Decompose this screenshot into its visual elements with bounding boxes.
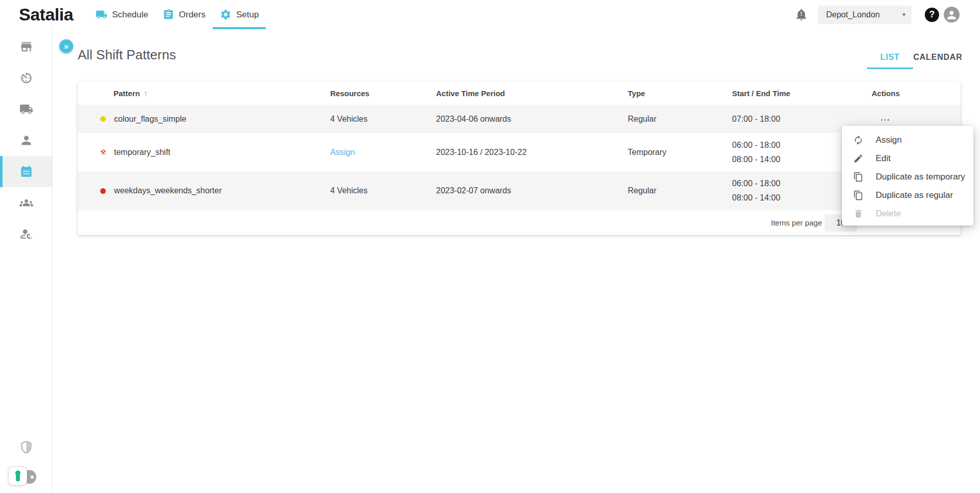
pencil-icon — [853, 153, 863, 164]
tab-calendar-view[interactable]: CALENDAR — [913, 47, 963, 69]
top-bar: Satalia Schedule Orders Setup Depot_Lond… — [0, 0, 980, 29]
dashboard-timer-icon — [19, 71, 33, 85]
sidebar-item-admin[interactable] — [0, 440, 52, 454]
active-period-cell: 2023-02-07 onwards — [436, 186, 628, 195]
chevron-down-icon: ▾ — [902, 11, 905, 18]
copy-icon — [853, 172, 863, 182]
sidebar-rail — [0, 29, 53, 493]
shift-calendar-icon — [19, 165, 33, 178]
sidebar-item-vehicles[interactable] — [0, 94, 52, 125]
depot-selector-value: Depot_London — [826, 10, 880, 19]
column-header-pattern[interactable]: Pattern ↑ — [78, 89, 330, 98]
type-cell: Regular — [628, 115, 732, 124]
account-avatar[interactable] — [944, 7, 960, 23]
column-header-actions: Actions — [872, 89, 961, 98]
help-button[interactable]: ? — [925, 8, 939, 22]
column-header-active-time-period: Active Time Period — [436, 89, 628, 98]
sidebar-bottom — [0, 440, 52, 488]
pattern-name: weekdays_weekends_shorter — [114, 186, 222, 195]
row-actions-context-menu: Assign Edit Duplicate as temporary Dupli… — [842, 126, 973, 226]
copy-icon — [853, 190, 863, 200]
double-chevron-right-icon: » — [64, 42, 69, 51]
nav-label-schedule: Schedule — [112, 10, 148, 20]
sidebar-item-drivers[interactable] — [0, 125, 52, 156]
menu-item-duplicate-as-temporary[interactable]: Duplicate as temporary — [842, 168, 973, 186]
nav-item-orders[interactable]: Orders — [155, 0, 213, 29]
nav-label-setup: Setup — [236, 10, 259, 20]
app-window: Satalia Schedule Orders Setup Depot_Lond… — [0, 0, 980, 493]
assign-link[interactable]: Assign — [330, 148, 355, 156]
sidebar-item-depot[interactable] — [0, 31, 52, 62]
nav-item-schedule[interactable]: Schedule — [88, 0, 155, 29]
table-header-row: Pattern ↑ Resources Active Time Period T… — [78, 82, 961, 105]
yellow-flag-dot-icon — [100, 116, 106, 122]
table-row: colour_flags_simple 4 Vehicles 2023-04-0… — [78, 105, 961, 133]
top-bar-right: Depot_London ▾ ? — [795, 6, 960, 24]
type-cell: Regular — [628, 186, 732, 195]
menu-item-duplicate-as-regular[interactable]: Duplicate as regular — [842, 186, 973, 205]
items-per-page-label: Items per page — [771, 218, 822, 227]
store-icon — [19, 40, 33, 54]
tab-list-view[interactable]: LIST — [867, 47, 913, 69]
column-header-type: Type — [628, 89, 732, 98]
view-tabs: LIST CALENDAR — [867, 47, 963, 69]
red-striped-flag-dot-icon — [100, 149, 106, 155]
shield-icon — [19, 440, 33, 454]
trash-icon — [853, 209, 863, 219]
expand-sidebar-button[interactable]: » — [59, 39, 73, 53]
manage-accounts-icon — [19, 227, 33, 241]
notification-bell-icon[interactable] — [795, 8, 808, 21]
pattern-name: temporary_shift — [114, 148, 170, 157]
depot-selector[interactable]: Depot_London ▾ — [818, 6, 911, 24]
menu-item-edit[interactable]: Edit — [842, 149, 973, 168]
sidebar-item-dashboard[interactable] — [0, 62, 52, 94]
active-period-cell: 2023-04-06 onwards — [436, 115, 628, 124]
active-period-cell: 2023-10-16 / 2023-10-22 — [436, 148, 628, 157]
resources-cell: 4 Vehicles — [330, 186, 436, 195]
green-key-widget-icon — [8, 466, 27, 485]
gear-icon — [220, 9, 232, 20]
resources-cell: 4 Vehicles — [330, 115, 436, 124]
shift-patterns-table: Pattern ↑ Resources Active Time Period T… — [78, 82, 961, 235]
table-row: weekdays_weekends_shorter 4 Vehicles 202… — [78, 171, 961, 210]
sidebar-item-user-management[interactable] — [0, 218, 52, 250]
table-row: temporary_shift Assign 2023-10-16 / 2023… — [78, 133, 961, 171]
clipboard-icon — [163, 9, 174, 20]
satalia-logo: Satalia — [19, 5, 73, 25]
sidebar-item-shift-patterns[interactable] — [0, 156, 52, 187]
person-icon — [945, 9, 958, 21]
column-header-start-end-time: Start / End Time — [732, 89, 872, 98]
question-mark-icon: ? — [929, 9, 935, 20]
row-actions-more-icon[interactable]: ••• — [881, 117, 891, 123]
groups-icon — [19, 196, 33, 210]
menu-item-delete: Delete — [842, 205, 973, 223]
red-flag-dot-icon — [100, 188, 106, 194]
sidebar-item-teams[interactable] — [0, 187, 52, 218]
type-cell: Temporary — [628, 148, 732, 157]
vehicles-truck-icon — [19, 102, 33, 116]
menu-item-assign[interactable]: Assign — [842, 131, 973, 149]
pagination-bar: Items per page 10 — [78, 210, 961, 235]
nav-item-setup[interactable]: Setup — [213, 0, 266, 29]
access-key-widget[interactable] — [8, 465, 44, 488]
nav-label-orders: Orders — [179, 10, 206, 20]
time-range: 07:00 - 18:00 — [732, 112, 872, 126]
sort-ascending-icon: ↑ — [144, 89, 148, 98]
top-navigation: Schedule Orders Setup — [88, 0, 266, 29]
pattern-name: colour_flags_simple — [114, 115, 186, 124]
person-icon — [19, 133, 33, 147]
sync-icon — [853, 135, 863, 145]
widget-badge-dot — [31, 476, 34, 479]
truck-icon — [96, 9, 107, 20]
page-title: All Shift Patterns — [78, 47, 176, 63]
column-header-resources: Resources — [330, 89, 436, 98]
